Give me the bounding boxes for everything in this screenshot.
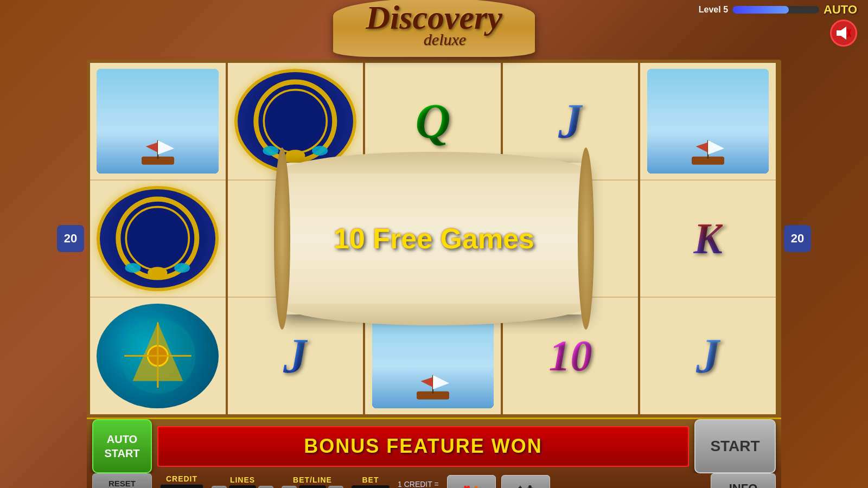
letter-symbol: 10 xyxy=(513,306,628,405)
diamond-icon: ♦ xyxy=(473,481,479,489)
level-label: Level 5 xyxy=(699,5,728,15)
lines-plus-button[interactable]: + xyxy=(258,486,273,489)
letter-symbol: J xyxy=(238,306,353,405)
necklace-svg xyxy=(100,189,215,287)
info-label: INFO xyxy=(729,481,758,489)
auto-start-label2: START xyxy=(104,446,139,460)
bet-line-value: 20 xyxy=(299,485,326,489)
reel-cell xyxy=(90,181,226,298)
bet-line-minus-button[interactable]: - xyxy=(282,486,297,489)
level-bar-bg xyxy=(732,6,819,14)
necklace-svg xyxy=(238,72,353,170)
svg-marker-28 xyxy=(708,140,724,155)
ship-symbol xyxy=(97,69,219,174)
svg-point-9 xyxy=(126,207,189,270)
svg-point-19 xyxy=(285,150,305,162)
level-row: Level 5 AUTO xyxy=(699,3,857,17)
start-button[interactable]: START xyxy=(694,419,776,473)
letter-symbol: J xyxy=(513,72,628,170)
bet-value: 20 xyxy=(352,485,390,489)
scroll-left-end xyxy=(274,147,290,330)
suit-button-1[interactable]: ♥ ♦ xyxy=(447,475,496,489)
club-icon: ♣ xyxy=(526,481,534,489)
title-banner: Discovery deluxe xyxy=(333,0,534,57)
credit-value: 6772 xyxy=(160,484,203,489)
bonus-text: BONUS FEATURE WON xyxy=(304,435,542,458)
auto-label: AUTO xyxy=(824,3,857,17)
top-right-panel: Level 5 AUTO xyxy=(699,3,857,47)
reel-cell xyxy=(640,63,776,181)
svg-marker-7 xyxy=(145,142,158,152)
scroll-overlay: 10 Free Games xyxy=(282,163,586,314)
reset-credit-button[interactable]: RESET CREDIT xyxy=(92,473,152,488)
game-area: 2 J Q xyxy=(87,60,781,418)
letter-symbol: K xyxy=(650,189,765,288)
reset-label1: RESET xyxy=(108,479,136,489)
svg-marker-29 xyxy=(696,142,709,152)
svg-point-12 xyxy=(175,263,190,273)
lines-group: LINES - 1 + xyxy=(212,476,273,489)
ship-symbol xyxy=(647,69,769,174)
svg-point-18 xyxy=(264,89,327,152)
scroll-right-end xyxy=(578,147,594,330)
svg-point-11 xyxy=(125,263,141,273)
free-games-text: 10 Free Games xyxy=(334,222,534,255)
suit-button-2[interactable]: ♠ ♣ xyxy=(501,475,550,489)
mute-button[interactable] xyxy=(830,20,857,47)
spade-icon: ♠ xyxy=(517,481,524,489)
svg-marker-6 xyxy=(158,140,174,155)
svg-point-21 xyxy=(312,146,328,156)
credit-group: CREDIT 6772 xyxy=(160,474,203,489)
svg-marker-25 xyxy=(420,377,433,388)
info-button[interactable]: INFO xyxy=(711,473,776,488)
bet-group: BET 20 xyxy=(352,476,390,489)
sextant-symbol xyxy=(97,304,219,408)
lines-label: LINES xyxy=(230,476,255,484)
necklace-symbol xyxy=(97,186,219,291)
reel-1 xyxy=(90,63,228,414)
level-bar-fill xyxy=(732,6,789,14)
reel-5: K J xyxy=(640,63,778,414)
lines-control: - 1 + xyxy=(212,485,273,489)
main-container: Discovery deluxe Level 5 AUTO xyxy=(0,0,868,488)
bet-line-plus-button[interactable]: + xyxy=(328,486,343,489)
svg-point-20 xyxy=(263,146,279,156)
stats-row: RESET CREDIT CREDIT 6772 LINES - 1 + BET… xyxy=(87,473,781,488)
game-title: Discovery xyxy=(366,3,502,33)
start-label: START xyxy=(710,438,760,455)
ship-svg xyxy=(681,138,735,171)
bet-line-control: - 20 + xyxy=(282,485,343,489)
bet-label: BET xyxy=(362,476,379,484)
sextant-svg xyxy=(109,314,207,398)
svg-marker-24 xyxy=(433,375,449,389)
mute-icon xyxy=(835,25,852,41)
auto-start-label: AUTO xyxy=(107,432,137,446)
right-badge: 20 xyxy=(784,225,811,252)
bonus-banner: BONUS FEATURE WON xyxy=(157,426,689,467)
credit-label: CREDIT xyxy=(166,474,197,483)
svg-marker-1 xyxy=(841,27,846,40)
svg-point-10 xyxy=(148,267,168,279)
credit-eq-label: 1 CREDIT = xyxy=(398,480,439,489)
left-badge: 20 xyxy=(57,225,84,252)
reels-container: 2 J Q xyxy=(90,63,778,414)
heart-icon: ♥ xyxy=(463,481,470,489)
header: Discovery deluxe Level 5 AUTO xyxy=(0,0,868,60)
credit-eq-group: 1 CREDIT = 0.01 USD xyxy=(398,480,439,489)
bet-line-label: BET/LINE xyxy=(293,476,332,484)
reel-cell: K xyxy=(640,181,776,298)
reel-cell: J xyxy=(640,298,776,414)
reel-cell xyxy=(90,63,226,181)
lines-value: 1 xyxy=(229,485,256,489)
ship-svg xyxy=(131,138,185,171)
lines-minus-button[interactable]: - xyxy=(212,486,227,489)
control-panel: AUTO START BONUS FEATURE WON START xyxy=(87,418,781,473)
svg-rect-0 xyxy=(837,30,841,36)
letter-symbol: J xyxy=(650,306,765,405)
auto-start-button[interactable]: AUTO START xyxy=(92,419,152,473)
reel-cell xyxy=(90,298,226,414)
bet-line-group: BET/LINE - 20 + xyxy=(282,476,343,489)
ship-svg xyxy=(406,373,460,406)
